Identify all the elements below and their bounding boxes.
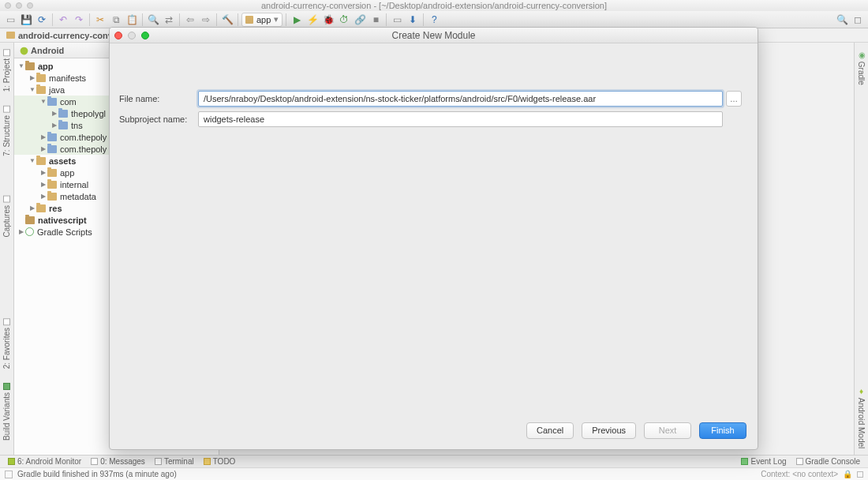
separator-icon [89,13,90,26]
sync-icon[interactable]: ⟳ [35,13,49,27]
folder-icon [36,86,46,94]
sdk-icon[interactable]: ⬇ [406,13,420,27]
subproject-input[interactable] [198,111,723,127]
separator-icon [423,13,424,26]
tab-build-variants[interactable]: Build Variants [2,380,12,444]
run-config-dropdown[interactable]: app ▾ [241,13,282,27]
folder-icon [47,169,57,177]
profile-icon[interactable]: ⏱ [337,13,351,27]
separator-icon [142,13,143,26]
folder-icon [47,181,57,189]
tab-structure[interactable]: 7: Structure [2,103,12,159]
context-text[interactable]: Context: <no context> [761,470,838,478]
main-titlebar: android-currency-conversion - [~/Desktop… [0,0,868,11]
separator-icon [216,13,217,26]
replace-icon[interactable]: ⇄ [162,13,176,27]
run-config-label: app [256,15,271,24]
bottom-tool-bar: 6: Android Monitor 0: Messages Terminal … [0,455,868,467]
folder-icon [36,204,46,212]
tab-favorites[interactable]: 2: Favorites [2,315,12,372]
copy-icon[interactable]: ⧉ [109,13,123,27]
module-icon [25,62,35,70]
filename-input[interactable] [198,91,723,107]
help-icon[interactable]: ? [427,13,441,27]
module-icon [245,16,253,24]
open-icon[interactable]: ▭ [3,13,17,27]
dialog-body: File name: … Subproject name: [110,43,758,416]
redo-icon[interactable]: ↷ [72,13,86,27]
main-toolbar: ▭ 💾 ⟳ ↶ ↷ ✂ ⧉ 📋 🔍 ⇄ ⇦ ⇨ 🔨 app ▾ ▶ ⚡ 🐞 ⏱ … [0,11,868,28]
tab-gradle-console[interactable]: Gradle Console [791,457,865,466]
tab-android-model[interactable]: ♦ Android Model [856,384,866,452]
find-icon[interactable]: 🔍 [146,13,160,27]
forward-icon[interactable]: ⇨ [199,13,213,27]
dialog-zoom-icon[interactable] [141,32,149,39]
finish-button[interactable]: Finish [699,422,746,439]
tab-todo[interactable]: TODO [199,457,241,466]
next-button[interactable]: Next [644,422,691,439]
dialog-button-row: Cancel Previous Next Finish [110,416,758,449]
svg-point-0 [21,47,28,55]
window-title: android-currency-conversion - [~/Desktop… [0,1,868,10]
tab-event-log[interactable]: Event Log [736,457,791,466]
package-icon [47,145,57,153]
left-tab-strip: 1: Project 7: Structure Captures 2: Favo… [0,43,14,455]
browse-button[interactable]: … [726,91,742,107]
apply-changes-icon[interactable]: ⚡ [305,13,320,27]
debug-icon[interactable]: 🐞 [321,13,335,27]
tab-gradle[interactable]: ◉ Gradle [856,47,866,88]
folder-icon [36,157,46,165]
right-tab-strip: ◉ Gradle ♦ Android Model [854,43,868,455]
search-icon[interactable]: 🔍 [835,13,849,27]
tab-captures[interactable]: Captures [2,193,12,241]
stop-icon[interactable]: ■ [369,13,383,27]
separator-icon [238,13,238,26]
close-dot[interactable] [5,2,11,9]
tab-messages[interactable]: 0: Messages [86,457,150,466]
android-icon [19,46,28,54]
separator-icon [179,13,180,26]
tab-android-monitor[interactable]: 6: Android Monitor [3,457,86,466]
chevron-down-icon: ▾ [274,14,279,24]
dialog-close-icon[interactable] [114,32,122,39]
cut-icon[interactable]: ✂ [93,13,107,27]
create-module-dialog: Create New Module File name: … Subprojec… [109,27,758,450]
attach-icon[interactable]: 🔗 [353,13,367,27]
package-icon [58,110,68,118]
lock-icon: 🔒 [843,470,852,478]
avd-icon[interactable]: ▭ [390,13,404,27]
run-icon[interactable]: ▶ [290,13,304,27]
make-icon[interactable]: 🔨 [220,13,234,27]
folder-icon [47,193,57,201]
tab-project[interactable]: 1: Project [2,46,12,95]
separator-icon [386,13,387,26]
folder-icon [6,32,15,39]
separator-icon [286,13,286,26]
package-icon [47,98,57,106]
dialog-title: Create New Module [110,30,758,41]
tab-terminal[interactable]: Terminal [150,457,199,466]
package-icon [47,133,57,141]
status-indicator-icon[interactable] [857,471,863,478]
subproject-label: Subproject name: [119,114,198,124]
undo-icon[interactable]: ↶ [56,13,70,27]
minimize-dot[interactable] [16,2,22,9]
save-icon[interactable]: 💾 [19,13,33,27]
dialog-minimize-icon [128,32,136,39]
filename-label: File name: [119,94,198,103]
package-icon [58,122,68,129]
zoom-dot[interactable] [27,2,33,9]
cancel-button[interactable]: Cancel [526,422,574,439]
project-view-label: Android [31,46,64,55]
user-icon[interactable]: ◻ [851,13,865,27]
back-icon[interactable]: ⇦ [183,13,197,27]
separator-icon [52,13,53,26]
gradle-icon [25,227,34,236]
status-bar: Gradle build finished in 937ms (a minute… [0,467,868,480]
status-icon[interactable] [5,471,13,478]
status-text: Gradle build finished in 937ms (a minute… [17,470,177,478]
paste-icon[interactable]: 📋 [125,13,139,27]
previous-button[interactable]: Previous [582,422,636,439]
dialog-titlebar[interactable]: Create New Module [110,28,758,43]
traffic-lights [5,2,33,9]
